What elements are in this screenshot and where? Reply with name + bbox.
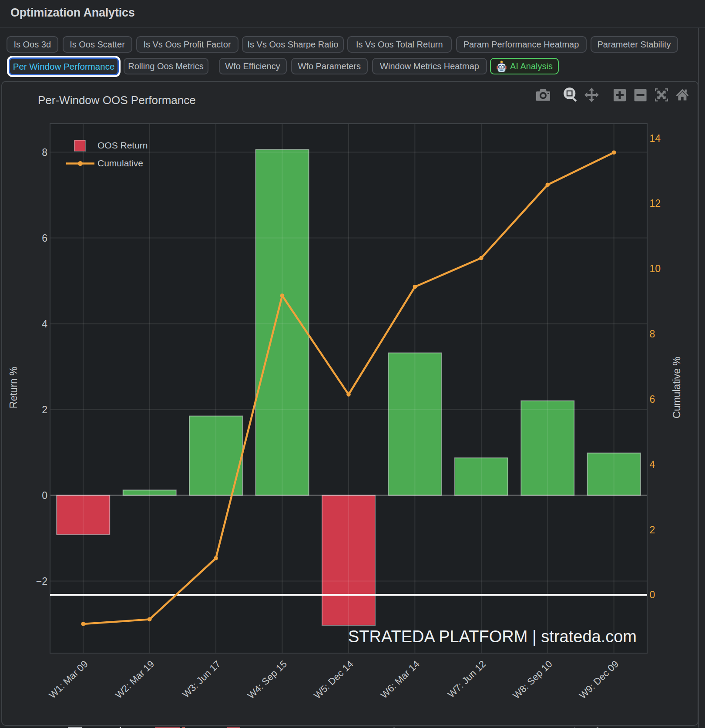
- svg-text:8: 8: [650, 328, 655, 340]
- svg-text:0: 0: [42, 490, 47, 501]
- svg-text:10: 10: [650, 263, 661, 274]
- svg-text:Return %: Return %: [8, 367, 19, 408]
- svg-text:4: 4: [42, 318, 47, 330]
- svg-text:W3: Jun 17: W3: Jun 17: [180, 658, 222, 700]
- svg-text:14: 14: [650, 133, 661, 144]
- svg-text:W2: Mar 19: W2: Mar 19: [113, 658, 156, 701]
- svg-text:W9: Dec 09: W9: Dec 09: [577, 658, 621, 701]
- svg-text:W5: Dec 14: W5: Dec 14: [312, 658, 355, 701]
- svg-text:STRATEDA PLATFORM | strateda.c: STRATEDA PLATFORM | strateda.com: [348, 627, 637, 646]
- svg-text:OOS Return: OOS Return: [97, 140, 148, 150]
- svg-text:2: 2: [42, 404, 47, 415]
- svg-text:W8: Sep 10: W8: Sep 10: [511, 658, 554, 701]
- svg-text:2: 2: [650, 524, 655, 536]
- svg-text:−2: −2: [36, 576, 47, 587]
- svg-text:12: 12: [650, 198, 661, 209]
- svg-text:Per-Window OOS Performance: Per-Window OOS Performance: [38, 94, 196, 107]
- svg-text:8: 8: [42, 147, 47, 158]
- svg-text:6: 6: [650, 394, 655, 405]
- svg-text:Cumulative: Cumulative: [97, 158, 143, 168]
- svg-text:W4: Sep 15: W4: Sep 15: [245, 658, 289, 701]
- svg-text:W1: Mar 09: W1: Mar 09: [47, 658, 90, 701]
- svg-text:Cumulative %: Cumulative %: [671, 357, 682, 418]
- svg-text:W7: Jun 12: W7: Jun 12: [446, 658, 488, 700]
- svg-text:6: 6: [42, 233, 47, 244]
- svg-text:W6: Mar 14: W6: Mar 14: [379, 658, 422, 701]
- svg-text:4: 4: [650, 459, 655, 470]
- svg-text:0: 0: [650, 589, 655, 600]
